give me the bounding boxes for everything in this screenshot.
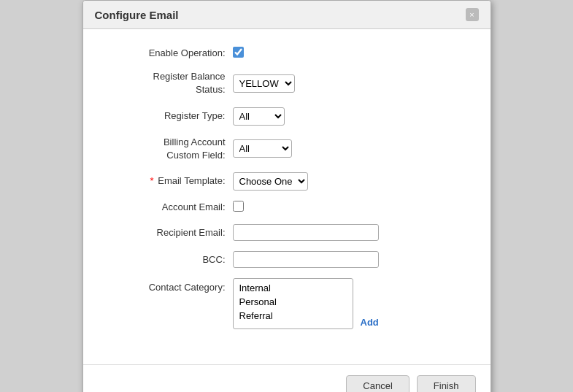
enable-operation-checkbox[interactable] (233, 47, 244, 58)
register-balance-status-label: Register BalanceStatus: (105, 70, 233, 96)
dialog-header: Configure Email × (83, 1, 491, 29)
register-type-control: All Type A Type B (233, 107, 469, 126)
bcc-label: BCC: (105, 253, 233, 266)
close-button[interactable]: × (466, 8, 479, 21)
register-balance-status-select[interactable]: YELLOW GREEN RED (233, 74, 295, 93)
account-email-checkbox[interactable] (233, 201, 244, 212)
contact-category-listbox[interactable]: Internal Personal Referral (233, 278, 353, 329)
billing-account-row: Billing AccountCustom Field: All Option … (105, 136, 469, 162)
account-email-row: Account Email: (105, 201, 469, 214)
required-star: * (150, 175, 154, 186)
dialog-body: Enable Operation: Register BalanceStatus… (83, 29, 491, 357)
account-email-control (233, 201, 469, 214)
register-type-row: Register Type: All Type A Type B (105, 107, 469, 126)
account-email-label: Account Email: (105, 201, 233, 214)
recipient-email-input[interactable] (233, 224, 379, 241)
recipient-email-row: Recipient Email: (105, 224, 469, 241)
register-balance-status-control: YELLOW GREEN RED (233, 74, 469, 93)
bcc-input[interactable] (233, 251, 379, 268)
contact-category-row: Contact Category: Internal Personal Refe… (105, 278, 469, 329)
enable-operation-row: Enable Operation: (105, 47, 469, 60)
email-template-row: * Email Template: Choose One Template 1 … (105, 172, 469, 191)
contact-category-control: Internal Personal Referral Add (233, 278, 469, 329)
register-type-select[interactable]: All Type A Type B (233, 107, 285, 126)
email-template-select[interactable]: Choose One Template 1 Template 2 (233, 172, 308, 191)
billing-account-control: All Option A Option B (233, 139, 469, 158)
cancel-button[interactable]: Cancel (346, 375, 409, 392)
bcc-control (233, 251, 469, 268)
recipient-email-control (233, 224, 469, 241)
configure-email-dialog: Configure Email × Enable Operation: Regi… (82, 0, 491, 392)
billing-account-select[interactable]: All Option A Option B (233, 139, 292, 158)
contact-category-label: Contact Category: (105, 278, 233, 294)
dialog-footer: Cancel Finish (83, 364, 491, 392)
billing-account-label: Billing AccountCustom Field: (105, 136, 233, 162)
bcc-row: BCC: (105, 251, 469, 268)
register-type-label: Register Type: (105, 109, 233, 123)
add-button[interactable]: Add (358, 315, 382, 329)
enable-operation-control (233, 47, 469, 60)
register-balance-status-row: Register BalanceStatus: YELLOW GREEN RED (105, 70, 469, 96)
email-template-control: Choose One Template 1 Template 2 (233, 172, 469, 191)
dialog-title: Configure Email (95, 9, 179, 21)
finish-button[interactable]: Finish (417, 375, 476, 392)
enable-operation-label: Enable Operation: (105, 47, 233, 60)
email-template-label: * Email Template: (105, 174, 233, 188)
recipient-email-label: Recipient Email: (105, 226, 233, 239)
